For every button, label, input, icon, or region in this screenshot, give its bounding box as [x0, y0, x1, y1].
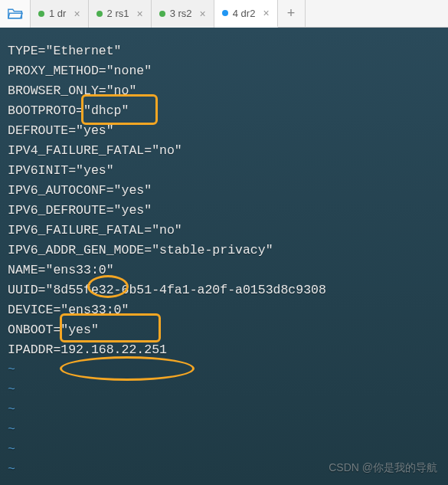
editor-viewport[interactable]: TYPE="Ethernet" PROXY_METHOD="none" BROW… [0, 28, 448, 485]
status-dot-icon [96, 11, 103, 17]
status-dot-icon [38, 11, 44, 17]
tab-label: 3 rs2 [170, 8, 192, 19]
vim-tilde: ~ [8, 420, 440, 440]
config-line: NAME="ens33:0" [8, 261, 440, 280]
vim-tilde: ~ [8, 400, 440, 420]
vim-tilde: ~ [8, 380, 440, 400]
vim-tilde: ~ [8, 360, 440, 380]
folder-icon [8, 8, 23, 20]
config-line: IPADDR=192.168.22.251 [8, 340, 440, 360]
watermark-text: CSDN @你是我的导航 [329, 457, 437, 477]
config-line: ONBOOT="yes" [8, 320, 440, 340]
tab-label: 4 dr2 [233, 8, 256, 19]
tab-bar: 1 dr × 2 rs1 × 3 rs2 × 4 dr2 × + [0, 0, 448, 28]
config-line: UUID="8d55fe32-6b51-4fa1-a20f-a0153d8c93… [8, 280, 440, 300]
config-line: TYPE="Ethernet" [8, 41, 440, 61]
config-line: IPV4_FAILURE_FATAL="no" [8, 141, 440, 161]
tab-label: 1 dr [49, 8, 66, 19]
close-icon[interactable]: × [74, 8, 80, 20]
config-line: BOOTPROTO="dhcp" [8, 101, 440, 121]
tab-1[interactable]: 1 dr × [31, 0, 89, 28]
tab-label: 2 rs1 [107, 8, 129, 19]
close-icon[interactable]: × [263, 7, 269, 19]
config-line: IPV6_ADDR_GEN_MODE="stable-privacy" [8, 241, 440, 261]
tab-2[interactable]: 2 rs1 × [89, 0, 152, 28]
tab-3[interactable]: 3 rs2 × [152, 0, 214, 28]
status-dot-icon [222, 10, 228, 16]
status-dot-icon [159, 11, 165, 17]
config-line: PROXY_METHOD="none" [8, 61, 440, 81]
config-line: IPV6_FAILURE_FATAL="no" [8, 221, 440, 241]
add-tab-button[interactable]: + [278, 0, 306, 28]
close-icon[interactable]: × [137, 8, 143, 20]
config-line: DEVICE="ens33:0" [8, 300, 440, 320]
config-line: IPV6_AUTOCONF="yes" [8, 181, 440, 201]
config-line: IPV6INIT="yes" [8, 161, 440, 181]
open-folder-icon[interactable] [0, 0, 31, 28]
close-icon[interactable]: × [200, 8, 206, 20]
config-line: DEFROUTE="yes" [8, 121, 440, 141]
config-line: IPV6_DEFROUTE="yes" [8, 201, 440, 221]
tab-4-active[interactable]: 4 dr2 × [214, 0, 278, 28]
config-line: BROWSER_ONLY="no" [8, 81, 440, 101]
